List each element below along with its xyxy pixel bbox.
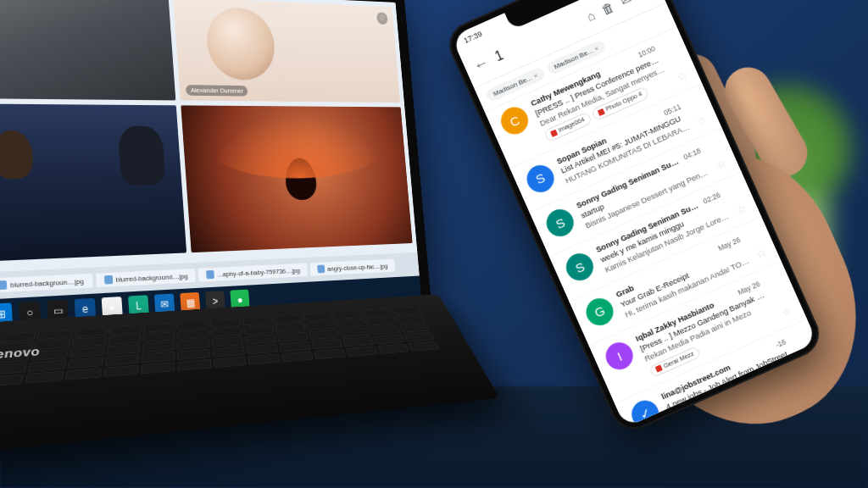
key[interactable] [309,330,340,340]
key[interactable] [242,316,272,325]
key[interactable] [303,312,333,321]
keyboard [0,307,455,428]
laptop: ♡ Alexander Dummer blurred-backgroun....… [0,0,468,488]
key[interactable] [244,334,275,344]
key[interactable] [314,348,346,359]
key[interactable] [277,332,309,342]
key[interactable] [143,332,175,342]
key[interactable] [395,314,426,324]
key[interactable] [243,325,275,336]
key[interactable] [339,327,370,337]
key[interactable] [403,332,435,342]
key[interactable] [108,334,141,345]
download-item[interactable]: ...aphy-of-a-baby-759736....jpg [198,263,308,282]
mail-icon[interactable]: ✉ [618,0,634,8]
key[interactable] [213,357,246,369]
key[interactable] [346,346,378,357]
key[interactable] [74,327,108,337]
key[interactable] [103,365,139,377]
key[interactable] [211,336,242,347]
key[interactable] [377,343,409,353]
key[interactable] [211,327,242,337]
key[interactable] [248,353,281,364]
key[interactable] [67,357,103,369]
key[interactable] [178,359,211,371]
key[interactable] [37,330,73,340]
key[interactable] [373,334,404,344]
avatar: ✓ [627,396,663,427]
laptop-keyboard-deck [0,294,500,463]
key[interactable] [71,336,106,347]
download-item[interactable]: blurred-background....jpg [95,269,196,287]
key[interactable] [370,325,400,335]
key[interactable] [281,351,314,362]
download-item[interactable]: angry-close-up-fac....jpg [309,259,395,276]
laptop-screen[interactable]: ♡ Alexander Dummer blurred-backgroun....… [0,0,422,331]
key[interactable] [0,374,25,386]
more-icon[interactable]: ⋮ [636,0,654,1]
image-credit: Alexander Dummer [186,85,248,96]
key[interactable] [0,363,28,375]
star-icon[interactable]: ☆ [694,113,709,129]
key[interactable] [363,308,392,317]
avatar: S [562,249,598,285]
avatar: S [522,160,558,196]
key[interactable] [141,362,175,374]
key[interactable] [333,310,363,319]
key[interactable] [337,319,367,328]
key[interactable] [28,360,66,372]
key[interactable] [143,323,175,333]
avatar: S [542,205,578,241]
avatar: I [602,338,637,374]
scene: ♡ Alexander Dummer blurred-backgroun....… [0,0,868,488]
key[interactable] [177,339,209,350]
star-icon[interactable]: ☆ [734,202,748,218]
star-icon[interactable]: ☆ [754,246,769,262]
key[interactable] [70,347,105,358]
key[interactable] [306,321,337,330]
key[interactable] [0,331,36,342]
image-tile[interactable]: ♡ Alexander Dummer [173,0,400,103]
download-item[interactable]: blurred-backgroun....jpg [0,274,92,293]
archive-icon[interactable]: ⌂ [584,8,597,24]
image-grid: ♡ Alexander Dummer [0,0,417,267]
phone-screen[interactable]: 17:39 ▮▮▮ ▪ 46% ← 1 ⌂ 🗑 ✉ ⋮ Madison [451,0,817,428]
laptop-bezel: ♡ Alexander Dummer blurred-backgroun....… [0,0,432,345]
key[interactable] [142,352,175,363]
key[interactable] [177,320,208,330]
avatar: C [497,103,532,138]
like-icon[interactable]: ♡ [376,12,388,25]
key[interactable] [392,307,421,315]
key[interactable] [311,339,343,349]
avatar: G [581,294,617,330]
key[interactable] [275,323,305,332]
star-icon[interactable]: ☆ [780,303,794,319]
key[interactable] [105,354,140,366]
delete-icon[interactable]: 🗑 [599,0,617,17]
key[interactable] [210,319,241,328]
key[interactable] [246,344,278,355]
back-icon[interactable]: ← [470,53,492,76]
key[interactable] [142,341,175,352]
star-icon[interactable]: ☆ [675,68,689,84]
key[interactable] [279,341,311,352]
phone: 17:39 ▮▮▮ ▪ 46% ← 1 ⌂ 🗑 ✉ ⋮ Madison [442,0,826,436]
key[interactable] [108,324,142,335]
key[interactable] [399,323,430,332]
key[interactable] [342,336,374,347]
key[interactable] [408,341,440,352]
key[interactable] [178,349,210,360]
key[interactable] [25,371,64,384]
status-time: 17:39 [463,30,484,45]
image-tile[interactable] [0,0,176,100]
star-icon[interactable]: ☆ [715,157,729,173]
key[interactable] [106,344,140,355]
key[interactable] [64,368,102,380]
image-tile[interactable] [181,105,412,252]
key[interactable] [366,317,397,326]
key[interactable] [212,347,244,358]
image-tile[interactable] [0,103,186,261]
key[interactable] [177,330,209,340]
key[interactable] [273,314,303,324]
